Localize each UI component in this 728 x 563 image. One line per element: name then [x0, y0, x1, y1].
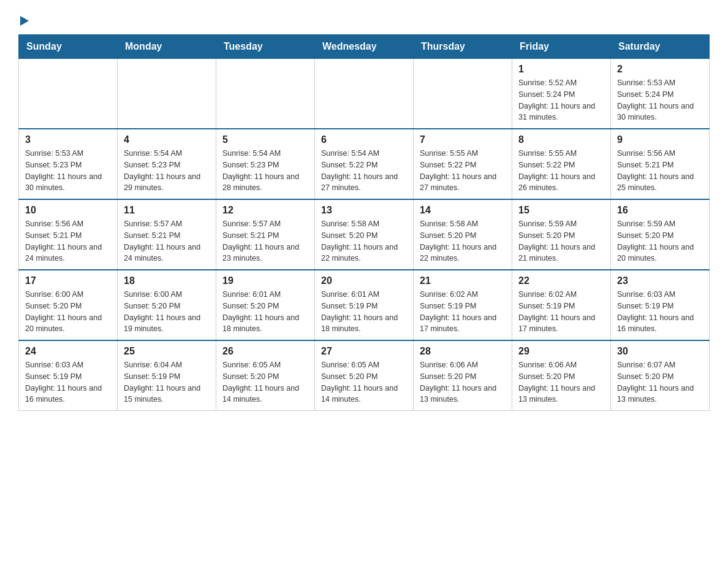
day-info: Sunrise: 6:00 AM Sunset: 5:20 PM Dayligh… — [25, 289, 111, 335]
calendar-table: SundayMondayTuesdayWednesdayThursdayFrid… — [18, 34, 710, 411]
day-number: 2 — [617, 64, 703, 75]
day-number: 18 — [124, 275, 210, 286]
day-info: Sunrise: 6:01 AM Sunset: 5:20 PM Dayligh… — [222, 289, 308, 335]
calendar-cell: 25Sunrise: 6:04 AM Sunset: 5:19 PM Dayli… — [118, 340, 216, 411]
day-number: 1 — [518, 64, 604, 75]
logo-arrow-icon — [20, 16, 29, 26]
calendar-cell: 26Sunrise: 6:05 AM Sunset: 5:20 PM Dayli… — [216, 340, 315, 411]
day-number: 11 — [124, 205, 210, 216]
day-number: 25 — [124, 346, 210, 357]
calendar-header-sunday: Sunday — [19, 35, 118, 59]
day-info: Sunrise: 5:52 AM Sunset: 5:24 PM Dayligh… — [518, 77, 604, 123]
day-number: 6 — [321, 134, 407, 145]
calendar-header-monday: Monday — [118, 35, 216, 59]
day-number: 20 — [321, 275, 407, 286]
day-info: Sunrise: 6:02 AM Sunset: 5:19 PM Dayligh… — [420, 289, 506, 335]
calendar-cell — [19, 59, 118, 129]
day-number: 26 — [222, 346, 308, 357]
calendar-cell: 6Sunrise: 5:54 AM Sunset: 5:22 PM Daylig… — [315, 129, 414, 199]
day-number: 29 — [518, 346, 604, 357]
day-info: Sunrise: 6:07 AM Sunset: 5:20 PM Dayligh… — [617, 359, 703, 405]
calendar-cell: 29Sunrise: 6:06 AM Sunset: 5:20 PM Dayli… — [512, 340, 611, 411]
calendar-cell: 1Sunrise: 5:52 AM Sunset: 5:24 PM Daylig… — [512, 59, 611, 129]
day-info: Sunrise: 6:03 AM Sunset: 5:19 PM Dayligh… — [617, 289, 703, 335]
day-info: Sunrise: 6:02 AM Sunset: 5:19 PM Dayligh… — [518, 289, 604, 335]
calendar-cell: 18Sunrise: 6:00 AM Sunset: 5:20 PM Dayli… — [118, 270, 216, 340]
calendar-header-wednesday: Wednesday — [315, 35, 414, 59]
day-number: 13 — [321, 205, 407, 216]
calendar-header-saturday: Saturday — [611, 35, 710, 59]
calendar-cell: 22Sunrise: 6:02 AM Sunset: 5:19 PM Dayli… — [512, 270, 611, 340]
day-number: 28 — [420, 346, 506, 357]
calendar-cell: 7Sunrise: 5:55 AM Sunset: 5:22 PM Daylig… — [414, 129, 512, 199]
day-info: Sunrise: 6:00 AM Sunset: 5:20 PM Dayligh… — [124, 289, 210, 335]
calendar-week-row: 1Sunrise: 5:52 AM Sunset: 5:24 PM Daylig… — [19, 59, 710, 129]
day-number: 27 — [321, 346, 407, 357]
day-number: 17 — [25, 275, 111, 286]
day-info: Sunrise: 5:58 AM Sunset: 5:20 PM Dayligh… — [321, 218, 407, 264]
calendar-cell: 16Sunrise: 5:59 AM Sunset: 5:20 PM Dayli… — [611, 199, 710, 270]
day-info: Sunrise: 5:53 AM Sunset: 5:24 PM Dayligh… — [617, 77, 703, 123]
day-number: 19 — [222, 275, 308, 286]
day-number: 9 — [617, 134, 703, 145]
calendar-cell: 24Sunrise: 6:03 AM Sunset: 5:19 PM Dayli… — [19, 340, 118, 411]
day-info: Sunrise: 6:04 AM Sunset: 5:19 PM Dayligh… — [124, 359, 210, 405]
day-number: 8 — [518, 134, 604, 145]
day-info: Sunrise: 5:59 AM Sunset: 5:20 PM Dayligh… — [617, 218, 703, 264]
day-info: Sunrise: 6:05 AM Sunset: 5:20 PM Dayligh… — [321, 359, 407, 405]
day-number: 5 — [222, 134, 308, 145]
day-number: 3 — [25, 134, 111, 145]
day-number: 10 — [25, 205, 111, 216]
calendar-cell — [414, 59, 512, 129]
calendar-header-thursday: Thursday — [414, 35, 512, 59]
calendar-cell: 17Sunrise: 6:00 AM Sunset: 5:20 PM Dayli… — [19, 270, 118, 340]
calendar-cell: 20Sunrise: 6:01 AM Sunset: 5:19 PM Dayli… — [315, 270, 414, 340]
calendar-cell: 2Sunrise: 5:53 AM Sunset: 5:24 PM Daylig… — [611, 59, 710, 129]
logo — [18, 12, 29, 22]
day-info: Sunrise: 6:01 AM Sunset: 5:19 PM Dayligh… — [321, 289, 407, 335]
day-number: 16 — [617, 205, 703, 216]
calendar-header-row: SundayMondayTuesdayWednesdayThursdayFrid… — [19, 35, 710, 59]
calendar-cell — [118, 59, 216, 129]
calendar-week-row: 24Sunrise: 6:03 AM Sunset: 5:19 PM Dayli… — [19, 340, 710, 411]
day-number: 23 — [617, 275, 703, 286]
calendar-header-friday: Friday — [512, 35, 611, 59]
day-number: 4 — [124, 134, 210, 145]
day-number: 21 — [420, 275, 506, 286]
calendar-cell: 14Sunrise: 5:58 AM Sunset: 5:20 PM Dayli… — [414, 199, 512, 270]
day-number: 12 — [222, 205, 308, 216]
calendar-cell: 11Sunrise: 5:57 AM Sunset: 5:21 PM Dayli… — [118, 199, 216, 270]
calendar-cell: 23Sunrise: 6:03 AM Sunset: 5:19 PM Dayli… — [611, 270, 710, 340]
day-info: Sunrise: 5:57 AM Sunset: 5:21 PM Dayligh… — [222, 218, 308, 264]
calendar-cell: 30Sunrise: 6:07 AM Sunset: 5:20 PM Dayli… — [611, 340, 710, 411]
calendar-cell: 9Sunrise: 5:56 AM Sunset: 5:21 PM Daylig… — [611, 129, 710, 199]
calendar-cell: 3Sunrise: 5:53 AM Sunset: 5:23 PM Daylig… — [19, 129, 118, 199]
calendar-cell: 5Sunrise: 5:54 AM Sunset: 5:23 PM Daylig… — [216, 129, 315, 199]
day-info: Sunrise: 5:54 AM Sunset: 5:23 PM Dayligh… — [124, 148, 210, 194]
day-number: 24 — [25, 346, 111, 357]
day-info: Sunrise: 5:55 AM Sunset: 5:22 PM Dayligh… — [518, 148, 604, 194]
calendar-cell: 13Sunrise: 5:58 AM Sunset: 5:20 PM Dayli… — [315, 199, 414, 270]
calendar-cell: 27Sunrise: 6:05 AM Sunset: 5:20 PM Dayli… — [315, 340, 414, 411]
day-info: Sunrise: 5:55 AM Sunset: 5:22 PM Dayligh… — [420, 148, 506, 194]
day-number: 30 — [617, 346, 703, 357]
calendar-week-row: 10Sunrise: 5:56 AM Sunset: 5:21 PM Dayli… — [19, 199, 710, 270]
day-number: 7 — [420, 134, 506, 145]
day-info: Sunrise: 5:53 AM Sunset: 5:23 PM Dayligh… — [25, 148, 111, 194]
calendar-cell: 28Sunrise: 6:06 AM Sunset: 5:20 PM Dayli… — [414, 340, 512, 411]
day-info: Sunrise: 6:06 AM Sunset: 5:20 PM Dayligh… — [420, 359, 506, 405]
day-info: Sunrise: 5:56 AM Sunset: 5:21 PM Dayligh… — [25, 218, 111, 264]
calendar-cell: 12Sunrise: 5:57 AM Sunset: 5:21 PM Dayli… — [216, 199, 315, 270]
calendar-cell: 15Sunrise: 5:59 AM Sunset: 5:20 PM Dayli… — [512, 199, 611, 270]
calendar-cell: 4Sunrise: 5:54 AM Sunset: 5:23 PM Daylig… — [118, 129, 216, 199]
day-info: Sunrise: 6:06 AM Sunset: 5:20 PM Dayligh… — [518, 359, 604, 405]
day-info: Sunrise: 5:58 AM Sunset: 5:20 PM Dayligh… — [420, 218, 506, 264]
calendar-cell: 19Sunrise: 6:01 AM Sunset: 5:20 PM Dayli… — [216, 270, 315, 340]
calendar-header-tuesday: Tuesday — [216, 35, 315, 59]
day-info: Sunrise: 5:56 AM Sunset: 5:21 PM Dayligh… — [617, 148, 703, 194]
calendar-cell: 10Sunrise: 5:56 AM Sunset: 5:21 PM Dayli… — [19, 199, 118, 270]
day-info: Sunrise: 6:05 AM Sunset: 5:20 PM Dayligh… — [222, 359, 308, 405]
day-info: Sunrise: 5:57 AM Sunset: 5:21 PM Dayligh… — [124, 218, 210, 264]
day-info: Sunrise: 5:54 AM Sunset: 5:22 PM Dayligh… — [321, 148, 407, 194]
calendar-cell: 8Sunrise: 5:55 AM Sunset: 5:22 PM Daylig… — [512, 129, 611, 199]
